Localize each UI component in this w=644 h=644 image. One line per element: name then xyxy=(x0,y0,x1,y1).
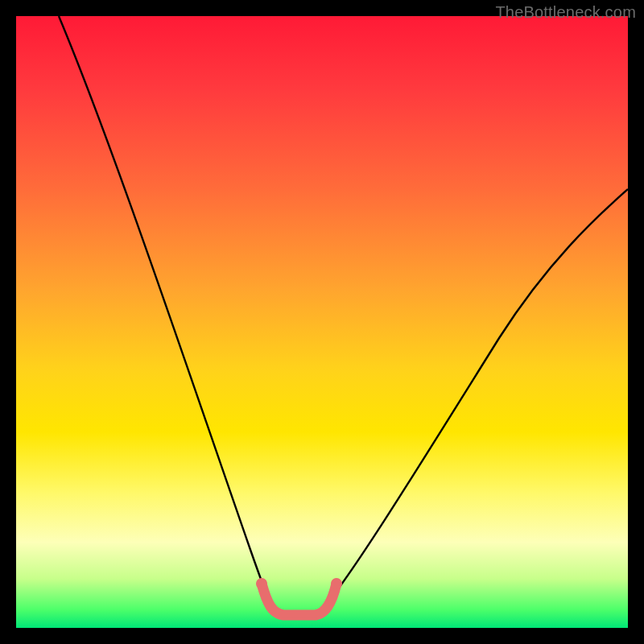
right-curve xyxy=(324,189,628,608)
marker-dot-left xyxy=(256,578,267,589)
chart-frame: TheBottleneck.com xyxy=(0,0,644,644)
bottleneck-marker xyxy=(262,584,336,615)
watermark-text: TheBottleneck.com xyxy=(495,3,636,22)
curves-layer xyxy=(16,16,628,628)
left-curve xyxy=(59,16,272,608)
marker-dot-right xyxy=(331,578,342,589)
